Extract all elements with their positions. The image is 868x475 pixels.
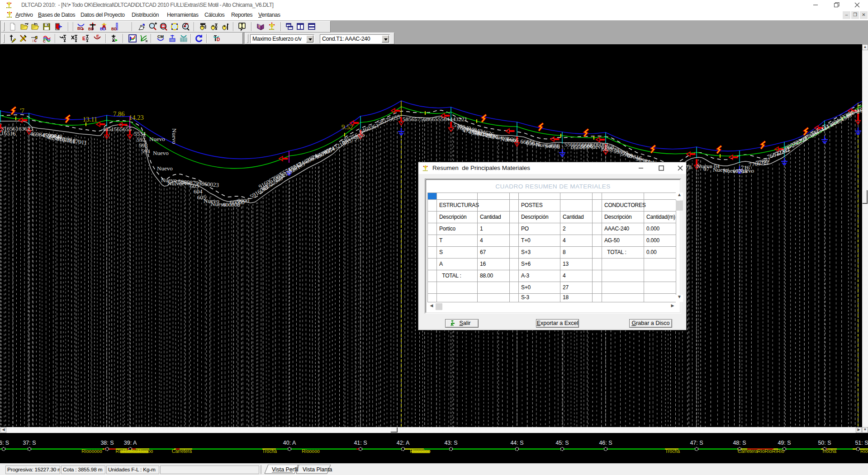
- svg-text:CM: CM: [157, 34, 164, 39]
- svg-text:722322: 722322: [772, 145, 791, 159]
- svg-text:65646: 65646: [526, 139, 541, 148]
- svg-text:Nuevo: Nuevo: [149, 136, 165, 142]
- svg-text:Ríooooo: Ríooooo: [302, 448, 320, 454]
- svg-text:07: 07: [703, 165, 710, 172]
- svg-text:16516: 16516: [1, 129, 16, 137]
- svg-text:Carretera: Carretera: [172, 448, 192, 454]
- svg-text:'7: '7: [20, 107, 24, 114]
- svg-text:9190: 9190: [486, 132, 498, 140]
- svg-text:7.86: 7.86: [113, 110, 124, 118]
- svg-text:Nuevo: Nuevo: [153, 150, 169, 156]
- svg-text:9.52: 9.52: [342, 123, 353, 131]
- svg-text:Nuevo: Nuevo: [171, 128, 178, 144]
- svg-text:40: A: 40: A: [283, 440, 296, 446]
- svg-text:BD: BD: [88, 27, 94, 31]
- svg-text:46: S: 46: S: [599, 440, 612, 446]
- svg-text:49: S: 49: S: [778, 440, 791, 446]
- svg-text:5856575686655564443221: 5856575686655564443221: [403, 116, 467, 122]
- svg-text:Ríoo: Ríoo: [860, 448, 868, 454]
- svg-text:87011: 87011: [72, 137, 88, 146]
- svg-text:50: S: 50: S: [818, 440, 831, 446]
- svg-text:48: S: 48: S: [733, 440, 746, 446]
- svg-text:44: S: 44: S: [510, 440, 523, 446]
- svg-text:RíoRíoRíoRíoooo: RíoRíoRíoRíoooo: [116, 448, 153, 454]
- svg-text:0987654: 0987654: [314, 145, 336, 160]
- svg-text:6666: 6666: [581, 142, 593, 149]
- svg-text:E: E: [82, 36, 85, 41]
- svg-text:13.11: 13.11: [83, 116, 97, 123]
- svg-text:D: D: [217, 37, 220, 42]
- svg-text:07716: 07716: [733, 168, 748, 174]
- svg-text:41: S: 41: S: [354, 440, 367, 446]
- svg-text:Carretera: Carretera: [738, 448, 758, 454]
- svg-text:Nuevo: Nuevo: [157, 165, 173, 172]
- svg-text:37: S: 37: S: [23, 440, 36, 446]
- svg-text:58575655: 58575655: [377, 113, 401, 126]
- svg-text:BD: BD: [100, 27, 105, 31]
- svg-text:Ríööööoo: Ríööööoo: [410, 448, 431, 454]
- svg-text:Vista Perfil: Vista Perfil: [272, 466, 299, 473]
- svg-text:E: E: [96, 34, 99, 38]
- svg-text:Ríoooooo: Ríoooooo: [81, 448, 102, 454]
- svg-text:280722: 280722: [790, 135, 808, 149]
- svg-text:0000: 0000: [237, 197, 249, 204]
- svg-text:8883422: 8883422: [809, 123, 830, 139]
- svg-text:4851565655: 4851565655: [102, 126, 132, 132]
- svg-text:Trocha: Trocha: [665, 448, 680, 454]
- svg-text:36: S: 36: S: [0, 440, 9, 446]
- svg-text:39: A: 39: A: [124, 440, 137, 446]
- svg-text:14.23: 14.23: [129, 114, 144, 121]
- svg-text:51: S: 51: S: [855, 440, 868, 446]
- svg-text:C: C: [43, 39, 46, 43]
- svg-text:Trocha: Trocha: [822, 448, 836, 454]
- svg-text:5989: 5989: [620, 150, 633, 159]
- svg-text:Trocha: Trocha: [262, 448, 277, 454]
- svg-text:Vista Planta: Vista Planta: [303, 466, 332, 473]
- svg-text:42: A: 42: A: [397, 440, 410, 446]
- svg-text:64666: 64666: [545, 142, 560, 150]
- svg-text:594: 594: [141, 148, 150, 155]
- svg-text:6666: 6666: [507, 136, 519, 144]
- svg-text:BD: BD: [111, 27, 117, 31]
- svg-text:43: S: 43: S: [444, 440, 457, 446]
- svg-text::C: :C: [32, 39, 37, 43]
- svg-text:38: S: 38: S: [100, 440, 114, 446]
- svg-text:47: S: 47: S: [690, 440, 703, 446]
- svg-text:45: S: 45: S: [555, 440, 569, 446]
- svg-text:?: ?: [258, 25, 260, 28]
- svg-text:RíoRíoRíRío: RíoRíoRíRío: [757, 448, 784, 454]
